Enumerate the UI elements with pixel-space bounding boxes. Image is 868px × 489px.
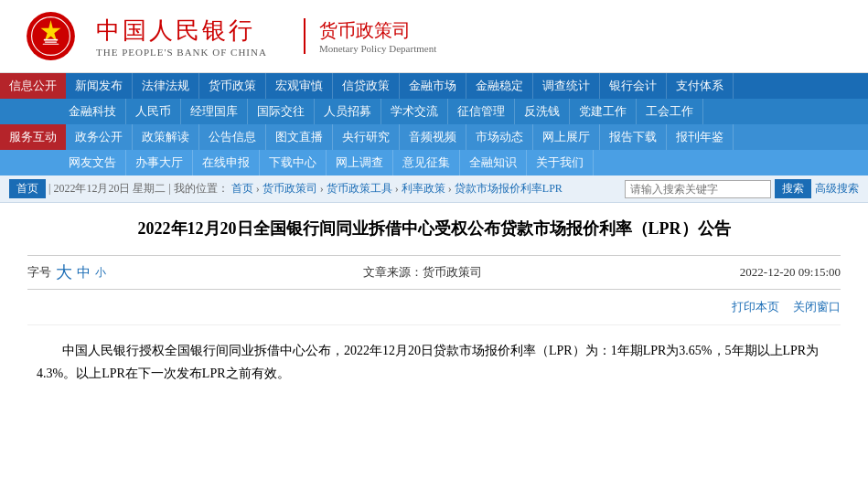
nav-item-market-dyn[interactable]: 市场动态: [466, 124, 533, 150]
nav-item-intl[interactable]: 国际交往: [248, 99, 315, 124]
font-size-label: 字号: [27, 264, 51, 281]
svg-rect-4: [44, 42, 56, 43]
nav-items-row4: 网友文告 办事大厅 在线申报 下载中心 网上调查 意见征集 全融知识 关于我们: [59, 150, 868, 175]
nav-item-download[interactable]: 下载中心: [260, 150, 327, 175]
nav-item-rmb[interactable]: 人民币: [126, 99, 181, 124]
svg-rect-5: [42, 44, 59, 45]
breadcrumb-homepage[interactable]: 首页: [231, 181, 253, 197]
nav-item-service-hall[interactable]: 办事大厅: [126, 150, 193, 175]
nav-item-survey2[interactable]: 网上调查: [327, 150, 393, 175]
nav-item-party[interactable]: 党建工作: [570, 99, 637, 124]
nav-item-treasury[interactable]: 经理国库: [181, 99, 248, 124]
breadcrumb-search-area: 搜索 高级搜索: [625, 179, 859, 198]
nav-item-online-report[interactable]: 在线申报: [193, 150, 260, 175]
nav-item-stability[interactable]: 金融稳定: [466, 73, 533, 99]
nav-item-netizen[interactable]: 网友文告: [59, 150, 126, 175]
nav-row-1: 信息公开 新闻发布 法律法规 货币政策 宏观审慎 信贷政策 金融市场 金融稳定 …: [0, 73, 868, 99]
dept-cn-text: 货币政策司: [319, 18, 436, 43]
nav-item-aml[interactable]: 反洗钱: [515, 99, 570, 124]
logo-area: 中国人民银行 THE PEOPLE'S BANK OF CHINA 货币政策司 …: [14, 9, 436, 64]
nav-item-payment[interactable]: 支付体系: [667, 73, 734, 99]
nav-item-about[interactable]: 关于我们: [527, 150, 594, 175]
nav-label-info: 信息公开: [0, 73, 66, 99]
nav-items-row1: 新闻发布 法律法规 货币政策 宏观审慎 信贷政策 金融市场 金融稳定 调查统计 …: [66, 73, 868, 99]
breadcrumb-monetary-tools[interactable]: 货币政策工具: [327, 181, 392, 197]
article-title: 2022年12月20日全国银行间同业拆借中心受权公布贷款市场报价利率（LPR）公…: [27, 217, 841, 241]
article-meta: 字号 大 中 小 文章来源：货币政策司 2022-12-20 09:15:00: [27, 255, 841, 290]
nav-label-service: 服务互动: [0, 124, 66, 150]
nav-item-notices[interactable]: 公告信息: [199, 124, 266, 150]
nav-item-policy-interp[interactable]: 政策解读: [133, 124, 199, 150]
pboc-emblem: [14, 9, 87, 64]
print-link[interactable]: 打印本页: [732, 299, 779, 315]
nav-row-2: 金融科技 人民币 经理国库 国际交往 人员招募 学术交流 征信管理 反洗钱 党建…: [0, 99, 868, 124]
nav-item-survey[interactable]: 调查统计: [533, 73, 600, 99]
nav-item-credit[interactable]: 信贷政策: [333, 73, 400, 99]
font-large-btn[interactable]: 大: [56, 261, 72, 283]
nav-item-credit-mgmt[interactable]: 征信管理: [448, 99, 515, 124]
nav-item-union[interactable]: 工会工作: [637, 99, 703, 124]
article-paragraph: 中国人民银行授权全国银行间同业拆借中心公布，2022年12月20日贷款市场报价利…: [37, 339, 831, 385]
logo-en-text: THE PEOPLE'S BANK OF CHINA: [96, 47, 267, 58]
breadcrumb-rate-policy[interactable]: 利率政策: [402, 181, 445, 197]
article-date: 2022-12-20 09:15:00: [740, 265, 841, 280]
svg-rect-3: [43, 39, 57, 41]
nav-items-row3: 政务公开 政策解读 公告信息 图文直播 央行研究 音频视频 市场动态 网上展厅 …: [66, 124, 868, 150]
article-body: 中国人民银行授权全国银行间同业拆借中心公布，2022年12月20日贷款市场报价利…: [27, 325, 841, 399]
font-size-control: 字号 大 中 小: [27, 261, 106, 283]
nav-item-law[interactable]: 法律法规: [133, 73, 199, 99]
breadcrumb-monetary-dept[interactable]: 货币政策司: [263, 181, 317, 197]
search-input[interactable]: [625, 180, 771, 198]
nav-wrapper: 信息公开 新闻发布 法律法规 货币政策 宏观审慎 信贷政策 金融市场 金融稳定 …: [0, 73, 868, 175]
font-medium-btn[interactable]: 中: [77, 264, 91, 282]
dept-info: 货币政策司 Monetary Policy Department: [304, 18, 436, 54]
nav-item-academic[interactable]: 学术交流: [381, 99, 448, 124]
advanced-search-link[interactable]: 高级搜索: [815, 181, 859, 197]
nav-item-fintech[interactable]: 金融科技: [59, 99, 126, 124]
breadcrumb-bar: 首页 | 2022年12月20日 星期二 | 我的位置： 首页 › 货币政策司 …: [0, 175, 868, 203]
nav-item-gov[interactable]: 政务公开: [66, 124, 133, 150]
search-button[interactable]: 搜索: [775, 179, 811, 198]
nav-item-online-hall[interactable]: 网上展厅: [533, 124, 600, 150]
nav-item-journals[interactable]: 报刊年鉴: [667, 124, 734, 150]
dept-en-text: Monetary Policy Department: [319, 43, 436, 54]
nav-item-feedback[interactable]: 意见征集: [393, 150, 460, 175]
close-link[interactable]: 关闭窗口: [793, 299, 841, 315]
logo-cn-text: 中国人民银行: [96, 15, 267, 47]
nav-item-audio[interactable]: 音频视频: [400, 124, 466, 150]
nav-item-reports[interactable]: 报告下载: [600, 124, 667, 150]
nav-row-3: 服务互动 政务公开 政策解读 公告信息 图文直播 央行研究 音频视频 市场动态 …: [0, 124, 868, 150]
nav-item-news[interactable]: 新闻发布: [66, 73, 133, 99]
nav-item-knowledge[interactable]: 全融知识: [460, 150, 527, 175]
nav-item-banking[interactable]: 银行会计: [600, 73, 667, 99]
header: 中国人民银行 THE PEOPLE'S BANK OF CHINA 货币政策司 …: [0, 0, 868, 73]
breadcrumb-home[interactable]: 首页: [9, 179, 46, 198]
nav-item-monetary[interactable]: 货币政策: [199, 73, 266, 99]
article-actions: 打印本页 关闭窗口: [27, 294, 841, 325]
logo-text: 中国人民银行 THE PEOPLE'S BANK OF CHINA: [96, 15, 267, 58]
article-source: 文章来源：货币政策司: [106, 264, 740, 281]
nav-row-4: 网友文告 办事大厅 在线申报 下载中心 网上调查 意见征集 全融知识 关于我们: [0, 150, 868, 175]
nav-item-research[interactable]: 央行研究: [333, 124, 400, 150]
nav-item-macro[interactable]: 宏观审慎: [266, 73, 333, 99]
font-small-btn[interactable]: 小: [95, 265, 106, 281]
nav-item-recruit[interactable]: 人员招募: [315, 99, 381, 124]
nav-item-live[interactable]: 图文直播: [266, 124, 333, 150]
breadcrumb-lpr[interactable]: 贷款市场报价利率LPR: [455, 181, 563, 197]
nav-item-market[interactable]: 金融市场: [400, 73, 466, 99]
main-content: 2022年12月20日全国银行间同业拆借中心受权公布贷款市场报价利率（LPR）公…: [0, 203, 868, 417]
nav-items-row2: 金融科技 人民币 经理国库 国际交往 人员招募 学术交流 征信管理 反洗钱 党建…: [59, 99, 868, 124]
